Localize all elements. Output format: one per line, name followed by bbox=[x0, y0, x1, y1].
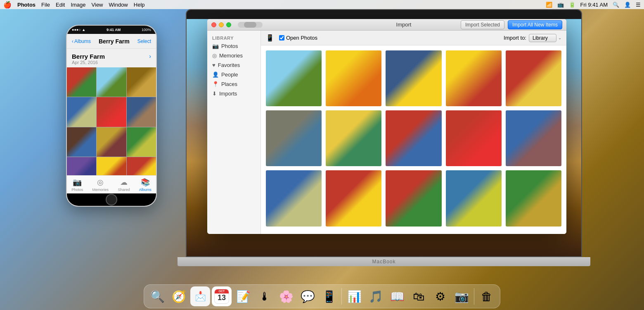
dock-music[interactable]: 🎵 bbox=[366, 286, 386, 306]
import-to-select[interactable]: Library bbox=[529, 34, 556, 42]
search-icon[interactable]: 🔍 bbox=[613, 2, 619, 8]
menubar-left: 🍎 Photos File Edit Image View Window Hel… bbox=[3, 1, 145, 9]
iphone-tab-memories[interactable]: ◎ Memories bbox=[92, 178, 109, 192]
photo-grid-area[interactable] bbox=[261, 45, 566, 234]
iphone-photo-2[interactable] bbox=[97, 67, 126, 97]
battery-icon: 🔋 bbox=[569, 2, 575, 8]
dock-messages[interactable]: 💬 bbox=[298, 286, 317, 306]
photo-thumb-5[interactable] bbox=[506, 50, 561, 106]
photo-thumb-7[interactable] bbox=[326, 110, 381, 166]
photo-thumb-6[interactable] bbox=[266, 110, 322, 166]
photo-thumb-10[interactable] bbox=[506, 110, 561, 166]
photo-thumb-15[interactable] bbox=[506, 170, 561, 226]
iphone-photo-5[interactable] bbox=[97, 97, 126, 126]
photo-thumb-13[interactable] bbox=[386, 170, 441, 226]
import-all-button[interactable]: Import All New Items bbox=[508, 20, 562, 29]
iphone-signal: ●●●○ ▲ bbox=[72, 28, 85, 32]
iphone-select-button[interactable]: Select bbox=[137, 38, 151, 44]
iphone-photo-9[interactable] bbox=[127, 127, 156, 157]
iphone-album-date: Apr 25, 2016 bbox=[72, 60, 151, 65]
dock-appstore[interactable]: 🛍 bbox=[409, 286, 429, 306]
people-icon: 👤 bbox=[212, 72, 219, 78]
back-chevron-icon: ‹ bbox=[72, 38, 73, 44]
iphone-album-title: Berry Farm bbox=[72, 53, 151, 60]
iphone-album-header: › Berry Farm Apr 25, 2016 bbox=[67, 49, 156, 67]
dock-numbers[interactable]: 📊 bbox=[344, 286, 364, 306]
iphone-time: 9:41 AM bbox=[107, 28, 121, 32]
menu-edit[interactable]: Edit bbox=[56, 2, 65, 8]
import-to-select-wrapper[interactable]: Library ⌄ bbox=[529, 34, 561, 42]
albums-tab-icon: 📚 bbox=[141, 178, 150, 187]
iphone-photo-3[interactable] bbox=[127, 67, 156, 97]
photo-thumb-2[interactable] bbox=[326, 50, 381, 106]
photos-icon: 📷 bbox=[212, 43, 219, 49]
sidebar-item-imports[interactable]: ⬇ Imports bbox=[207, 89, 260, 98]
iphone-photo-1[interactable] bbox=[67, 67, 96, 97]
menu-file[interactable]: File bbox=[41, 2, 50, 8]
sidebar-item-photos[interactable]: 📷 Photos bbox=[207, 41, 260, 51]
minimize-button[interactable] bbox=[219, 22, 224, 27]
menu-image[interactable]: Image bbox=[71, 2, 85, 8]
fullscreen-button[interactable] bbox=[226, 22, 231, 27]
menu-help[interactable]: Help bbox=[134, 2, 145, 8]
import-to-label: Import to: bbox=[504, 35, 526, 41]
iphone-photo-10[interactable] bbox=[67, 157, 96, 175]
photo-thumb-1[interactable] bbox=[266, 50, 322, 106]
iphone-photo-6[interactable] bbox=[127, 97, 156, 126]
dock-calendar[interactable]: OCT 13 bbox=[212, 286, 232, 306]
app-name[interactable]: Photos bbox=[17, 2, 36, 8]
dock-photos[interactable]: 🌸 bbox=[276, 286, 296, 306]
memories-icon: ◎ bbox=[212, 52, 217, 59]
menu-window[interactable]: Window bbox=[109, 2, 128, 8]
open-photos-checkbox[interactable] bbox=[279, 35, 284, 41]
imports-icon: ⬇ bbox=[212, 91, 217, 97]
dock-mail[interactable]: 📩 bbox=[190, 286, 210, 306]
iphone-tab-photos[interactable]: 📷 Photos bbox=[71, 178, 83, 192]
iphone-photo-12[interactable] bbox=[127, 157, 156, 175]
iphone-home-button[interactable] bbox=[106, 194, 117, 205]
clock: Fri 9:41 AM bbox=[580, 2, 608, 8]
close-button[interactable] bbox=[211, 22, 216, 27]
iphone-photo-7[interactable] bbox=[67, 127, 96, 157]
sidebar-item-places[interactable]: 📍 Places bbox=[207, 79, 260, 89]
sidebar-memories-label: Memories bbox=[219, 52, 243, 59]
photo-thumb-3[interactable] bbox=[386, 50, 441, 106]
user-icon[interactable]: 👤 bbox=[624, 2, 631, 8]
photos-sidebar: Library 📷 Photos ◎ Memories ♥ Favorites bbox=[207, 31, 261, 234]
dock-sysprefs[interactable]: ⚙ bbox=[430, 286, 450, 306]
dock-trash[interactable]: 🗑 bbox=[477, 286, 497, 306]
dock-finder[interactable]: 🔍 bbox=[147, 286, 167, 306]
sidebar-item-people[interactable]: 👤 People bbox=[207, 70, 260, 79]
dock-facetime[interactable]: 📱 bbox=[319, 286, 339, 306]
photo-thumb-11[interactable] bbox=[266, 170, 322, 226]
photos-tab-icon: 📷 bbox=[73, 178, 82, 187]
photo-thumb-14[interactable] bbox=[446, 170, 502, 226]
iphone-more-button[interactable]: › bbox=[149, 53, 151, 60]
iphone-back-button[interactable]: ‹ Albums bbox=[72, 38, 91, 44]
photo-thumb-12[interactable] bbox=[326, 170, 381, 226]
device-icon: 📱 bbox=[266, 34, 274, 42]
dock-separator-2 bbox=[474, 288, 474, 305]
sidebar-item-memories[interactable]: ◎ Memories bbox=[207, 51, 260, 60]
photo-thumb-9[interactable] bbox=[446, 110, 502, 166]
screen-content: Import Import Selected Import All New It… bbox=[187, 10, 581, 256]
import-selected-button[interactable]: Import Selected bbox=[461, 20, 504, 29]
sidebar-item-favorites[interactable]: ♥ Favorites bbox=[207, 60, 260, 70]
macbook-screen: Import Import Selected Import All New It… bbox=[186, 9, 582, 257]
dock-stocks[interactable]: 🌡 bbox=[255, 286, 275, 306]
photo-thumb-8[interactable] bbox=[386, 110, 441, 166]
iphone-tab-shared[interactable]: ☁ Shared bbox=[118, 178, 130, 192]
dock-camera[interactable]: 📷 bbox=[452, 286, 471, 306]
dock-books[interactable]: 📖 bbox=[387, 286, 407, 306]
dock-safari[interactable]: 🧭 bbox=[169, 286, 189, 306]
notification-icon[interactable]: ☰ bbox=[636, 2, 641, 8]
photo-thumb-4[interactable] bbox=[446, 50, 502, 106]
open-photos-label[interactable]: Open Photos bbox=[279, 35, 317, 41]
iphone-tab-albums[interactable]: 📚 Albums bbox=[139, 178, 152, 192]
iphone-photo-4[interactable] bbox=[67, 97, 96, 126]
menu-view[interactable]: View bbox=[92, 2, 103, 8]
iphone-photo-8[interactable] bbox=[97, 127, 126, 157]
apple-menu[interactable]: 🍎 bbox=[3, 1, 12, 9]
dock-notes[interactable]: 📝 bbox=[233, 286, 253, 306]
iphone-photo-11[interactable] bbox=[97, 157, 126, 175]
